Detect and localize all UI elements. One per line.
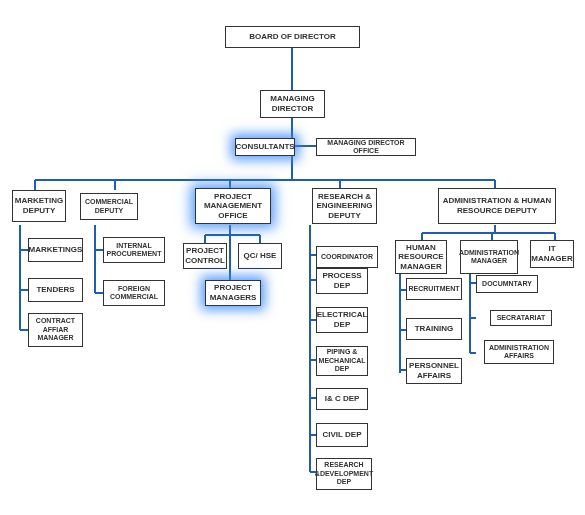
node-electrical-dep: ELECTRICAL DEP [316, 307, 368, 333]
node-civil-dep: CIVIL DEP [316, 423, 368, 447]
node-personnel-affairs: PERSONNEL AFFAIRS [406, 358, 462, 384]
node-coordinator: COORDINATOR [316, 246, 378, 268]
node-documentary: DOCUMNTARY [476, 275, 538, 293]
node-board: BOARD OF DIRECTOR [225, 26, 360, 48]
node-hr-manager: HUMAN RESOURCE MANAGER [395, 240, 447, 274]
node-piping-mech-dep: PIPING & MECHANICAL DEP [316, 346, 368, 376]
node-qc-hse: QC/ HSE [238, 243, 282, 269]
node-admin-manager: ADMINISTRATION MANAGER [460, 240, 518, 274]
node-ic-dep: I& C DEP [316, 388, 368, 410]
node-marketings: MARKETINGS [28, 238, 83, 262]
node-research-dev-dep: RESEARCH &DEVELOPMENT DEP [316, 458, 372, 490]
node-commercial-deputy: COMMERCIAL DEPUTY [80, 193, 138, 220]
node-managing-director: MANAGING DIRECTOR [260, 90, 325, 118]
node-tenders: TENDERS [28, 278, 83, 302]
node-marketing-deputy: MARKETING DEPUTY [12, 190, 66, 222]
node-recruitment: RECRUITMENT [406, 278, 462, 300]
node-admin-hr-deputy: ADMINISTRATION & HUMAN RESOURCE DEPUTY [438, 188, 556, 224]
node-research-deputy: RESEARCH & ENGINEERING DEPUTY [312, 188, 377, 224]
node-admin-affairs: ADMINISTRATION AFFAIRS [484, 340, 554, 364]
node-pmo: PROJECT MANAGEMENT OFFICE [195, 188, 271, 224]
node-project-control: PROJECT CONTROL [183, 243, 227, 269]
node-project-managers: PROJECT MANAGERS [205, 280, 261, 306]
node-process-dep: PROCESS DEP [316, 268, 368, 294]
node-secretariat: SECRATARIAT [490, 310, 552, 326]
node-it-manager: IT MANAGER [530, 240, 574, 268]
node-contract-affair-manager: CONTRACT AFFIAR MANAGER [28, 313, 83, 347]
node-md-office: MANAGING DIRECTOR OFFICE [316, 138, 416, 156]
node-foreign-commercial: FOREIGN COMMERCIAL [103, 280, 165, 306]
node-consultants: CONSULTANTS [235, 138, 295, 156]
node-training: TRAINING [406, 318, 462, 340]
node-internal-procurement: INTERNAL PROCUREMENT [103, 237, 165, 263]
